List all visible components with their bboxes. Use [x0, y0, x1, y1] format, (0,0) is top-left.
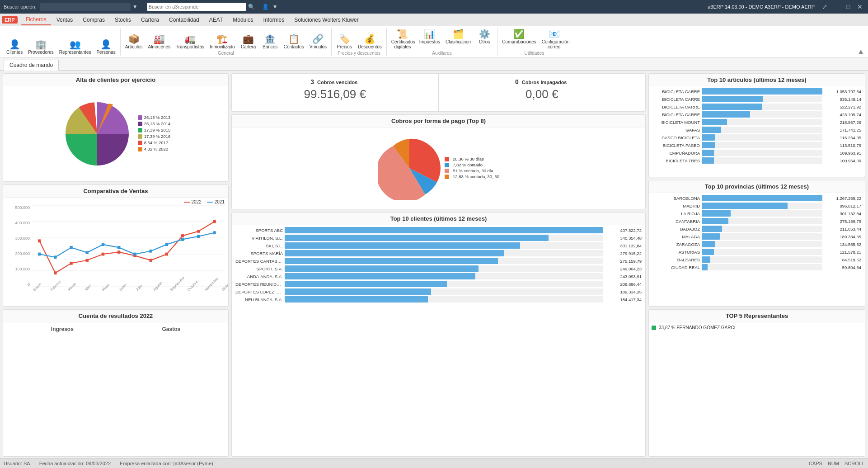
menu-stocks[interactable]: Stocks — [110, 15, 136, 25]
comparativa-ventas-card: Comparativa de Ventas 2022 2021 500.000 … — [3, 184, 229, 307]
alta-clientes-legend: 26,13 % 2013 26,13 % 2014 17,39 % 2015 1… — [138, 115, 171, 153]
bar-track — [702, 111, 822, 118]
tool-impuestos[interactable]: 📊Impuestos — [417, 28, 443, 50]
svg-rect-17 — [213, 220, 216, 223]
user-icon: 👤 — [262, 4, 269, 10]
list-item: BICICLETA CARRE 535.149,14 — [652, 96, 861, 102]
tool-certificados[interactable]: 📜Certificados digitales — [389, 28, 417, 50]
bar-fill — [702, 203, 788, 209]
tool-contactos[interactable]: 📋Contactos — [281, 33, 307, 50]
bar-value: 535.149,14 — [824, 97, 861, 102]
sales-chart — [32, 205, 225, 287]
user-dropdown-icon[interactable]: ▼ — [272, 4, 278, 10]
bar-value: 340.354,48 — [605, 236, 642, 241]
tool-articulos[interactable]: 📦Artículos — [122, 33, 145, 50]
tool-almacenes[interactable]: 🏭Almacenes — [145, 33, 173, 50]
menu-ventas[interactable]: Ventas — [52, 15, 78, 25]
bar-track — [285, 227, 603, 233]
bar-fill — [285, 242, 520, 249]
svg-rect-9 — [86, 259, 89, 262]
transportistas-icon: 🚛 — [184, 34, 196, 43]
tool-representantes[interactable]: 👥Representantes — [56, 39, 94, 56]
top-clientes-title: Top 10 clientes (últimos 12 meses) — [232, 213, 645, 225]
search-box[interactable]: Buscar opción: ▼ — [4, 3, 138, 11]
tool-clientes[interactable]: 👤Clientes — [4, 39, 25, 56]
svg-rect-6 — [38, 239, 41, 242]
tool-cartera[interactable]: 💼Cartera — [238, 33, 259, 50]
svg-rect-28 — [197, 235, 200, 238]
restore-btn[interactable]: ⤢ — [820, 2, 829, 11]
comparativa-ventas-title: Comparativa de Ventas — [3, 185, 228, 198]
search2-input[interactable] — [147, 3, 246, 11]
bar-track — [702, 210, 822, 217]
bar-value: 113.510,79 — [824, 143, 861, 148]
menu-cartera[interactable]: Cartera — [136, 15, 164, 25]
tool-config-correo[interactable]: 📧Configuración correo — [539, 28, 569, 50]
svg-rect-13 — [149, 259, 152, 262]
bar-fill — [702, 134, 715, 141]
bar-track — [702, 264, 822, 270]
tool-personas[interactable]: 👤Personas — [94, 39, 118, 56]
tool-bancos[interactable]: 🏦Bancos — [259, 33, 281, 50]
window-controls[interactable]: ⤢ − □ ✕ — [820, 2, 864, 11]
search-input[interactable] — [40, 3, 131, 11]
tool-inmovilizado[interactable]: 🏗️Inmovilizado — [207, 33, 238, 50]
cobros-impagados-label: 0 Cobros Impagados — [443, 78, 641, 85]
bar-track — [285, 250, 603, 256]
bar-value: 522.271,92 — [824, 104, 861, 109]
bar-fill — [702, 142, 715, 148]
tool-precios[interactable]: 🏷️Precios — [333, 33, 355, 50]
tool-comprobaciones[interactable]: ✅Comprobaciones — [499, 28, 539, 50]
tool-descuentos[interactable]: 💰Descuentos — [355, 33, 385, 50]
proveedores-icon: 🏢 — [35, 40, 47, 49]
comprobaciones-icon: ✅ — [513, 29, 525, 38]
bar-label: CANTABRIA — [652, 219, 700, 224]
bar-label: BADAJOZ — [652, 227, 700, 232]
y-label-400: 400.000 — [7, 221, 30, 225]
menu-aeat[interactable]: AEAT — [205, 15, 227, 25]
dashboard: Alta de clientes por ejercicio — [0, 71, 868, 459]
cuenta-resultados-title: Cuenta de resultados 2022 — [3, 310, 228, 322]
search-dropdown-icon[interactable]: ▼ — [132, 4, 138, 10]
list-item: ANDA-ANDA, S.A. 243.093,91 — [235, 273, 642, 279]
bar-value: 211.053,44 — [824, 227, 861, 232]
month-dic: Diciembre — [221, 286, 226, 292]
bar-track — [702, 256, 822, 263]
list-item: NEU BLANCA, S.A. 184.417,34 — [235, 296, 642, 303]
menu-informes[interactable]: Informes — [259, 15, 289, 25]
search-label: Buscar opción: — [4, 4, 37, 9]
menu-modulos[interactable]: Módulos — [228, 15, 258, 25]
menu-compras[interactable]: Compras — [78, 15, 109, 25]
tool-otros[interactable]: ⚙️Otros — [474, 28, 495, 50]
list-item: EMPUÑADURA 109.963,91 — [652, 150, 861, 156]
svg-rect-8 — [70, 262, 72, 265]
tool-vinculos[interactable]: 🔗Vínculos — [307, 33, 329, 50]
search2-icon[interactable]: 🔍 — [248, 4, 255, 10]
tool-clasificacion[interactable]: 🗂️Clasificación — [443, 28, 474, 50]
status-user: Usuario: SA — [4, 461, 30, 466]
top-clientes-card: Top 10 clientes (últimos 12 meses) SPORT… — [231, 212, 646, 457]
bar-value: 59.804,34 — [824, 265, 861, 270]
toolbar-section-utilidades: ✅Comprobaciones 📧Configuración correo Ut… — [499, 28, 569, 56]
tab-cuadro-mando[interactable]: Cuadro de mando — [4, 60, 59, 71]
top-provincias-card: Top 10 provincias (últimos 12 meses) BAR… — [648, 180, 865, 307]
ingresos-label: Ingresos — [51, 326, 74, 332]
top-provincias-list: BARCELONA 1.267.269,22 MADRID 896.812,17… — [649, 193, 865, 274]
close-btn[interactable]: ✕ — [855, 2, 864, 11]
gastos-label: Gastos — [162, 326, 180, 332]
minimize-btn[interactable]: − — [832, 2, 841, 11]
menu-contabilidad[interactable]: Contabilidad — [164, 15, 204, 25]
bar-track — [285, 258, 603, 264]
menu-ficheros[interactable]: Ficheros — [21, 14, 51, 25]
bar-label: BICICLETA CARRE — [652, 89, 700, 94]
search-box2[interactable]: 🔍 — [147, 3, 255, 11]
list-item: VIATHLON, S.L. 340.354,48 — [235, 235, 642, 241]
tool-proveedores[interactable]: 🏢Proveedores — [25, 39, 56, 56]
toolbar-collapse-icon[interactable]: ▲ — [857, 47, 864, 56]
bar-track — [702, 226, 822, 232]
tool-transportistas[interactable]: 🚛Transportistas — [173, 33, 207, 50]
menu-soluciones[interactable]: Soluciones Wolters Kluwer — [290, 15, 363, 25]
maximize-btn[interactable]: □ — [844, 2, 853, 11]
list-item: BARCELONA 1.267.269,22 — [652, 195, 861, 201]
app-title: a3ERP 14.03.00 - DEMO A3ERP - DEMO AERP — [708, 4, 815, 9]
